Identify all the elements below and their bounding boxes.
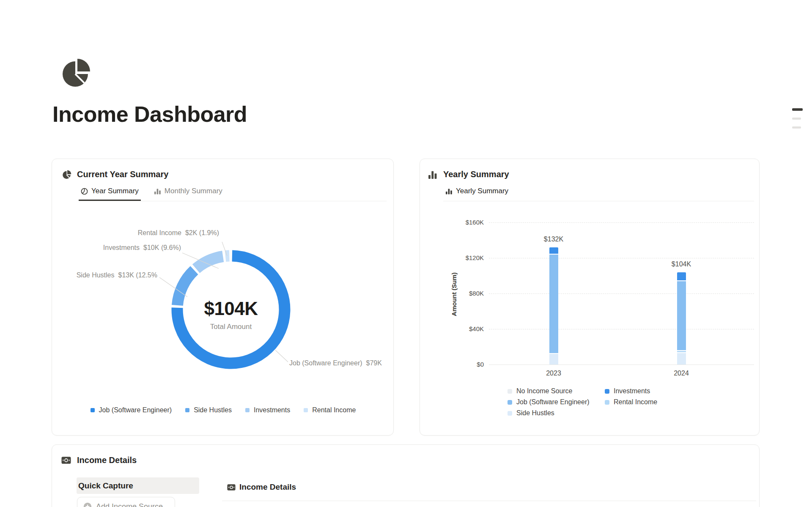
legend-item: Job (Software Engineer) bbox=[91, 406, 172, 414]
bar-total-label: $132K bbox=[537, 236, 571, 243]
tab-label: Year Summary bbox=[91, 187, 139, 195]
legend-item: Side Hustles bbox=[508, 409, 590, 417]
legend-swatch bbox=[91, 408, 95, 412]
legend-item: Investments bbox=[245, 406, 290, 414]
legend-swatch bbox=[605, 400, 609, 405]
bar-segment[interactable] bbox=[677, 272, 686, 281]
bar-segment[interactable] bbox=[549, 247, 558, 255]
bar-legend-column: InvestmentsRental Income bbox=[605, 387, 657, 406]
y-tick-label: $120K bbox=[454, 254, 484, 261]
total-amount-label: Total Amount bbox=[167, 323, 294, 331]
quick-capture-label: Quick Capture bbox=[78, 481, 133, 491]
legend-swatch bbox=[508, 389, 512, 394]
page-title: Income Dashboard bbox=[52, 101, 247, 127]
donut-callout: Side Hustles$13K (12.5% bbox=[77, 271, 157, 279]
gridline bbox=[489, 364, 754, 365]
donut-legend: Job (Software Engineer)Side HustlesInves… bbox=[52, 406, 394, 414]
donut-callout: Investments$10K (9.6%) bbox=[103, 244, 181, 252]
card-header: Income Details bbox=[61, 455, 137, 465]
legend-item: Side Hustles bbox=[185, 406, 232, 414]
divider bbox=[222, 501, 756, 501]
gridline bbox=[489, 222, 754, 223]
legend-item: Job (Software Engineer) bbox=[508, 398, 590, 406]
banknote-icon bbox=[227, 484, 236, 491]
bar-segment[interactable] bbox=[677, 353, 686, 364]
x-category-label: 2024 bbox=[664, 370, 698, 377]
pie-chart-page-icon[interactable] bbox=[60, 57, 91, 88]
legend-swatch bbox=[304, 408, 308, 412]
tab-label: Monthly Summary bbox=[165, 187, 222, 195]
donut-slice-4[interactable] bbox=[225, 256, 229, 256]
bar-segment[interactable] bbox=[677, 281, 686, 351]
add-income-source-button[interactable]: Add Income Source bbox=[77, 497, 175, 507]
stacked-bar-2024[interactable] bbox=[677, 272, 686, 364]
outline-item[interactable] bbox=[792, 126, 801, 129]
pie-outline-icon bbox=[81, 188, 88, 195]
yearly-summary-card: Yearly Summary Yearly Summary Amount (Su… bbox=[420, 159, 760, 436]
income-details-subheader: Income Details bbox=[227, 482, 296, 492]
add-income-source-label: Add Income Source bbox=[96, 502, 163, 507]
donut-callout: Rental Income$2K (1.9%) bbox=[138, 229, 219, 237]
income-dashboard-page: Income Dashboard Current Year Summary bbox=[0, 0, 812, 507]
y-tick-label: $80K bbox=[454, 290, 484, 297]
tab-monthly-summary[interactable]: Monthly Summary bbox=[152, 184, 225, 201]
banknote-icon bbox=[61, 456, 71, 464]
pie-chart-icon bbox=[62, 170, 71, 179]
income-details-card: Income Details Quick Capture Add Income … bbox=[52, 444, 760, 507]
legend-swatch bbox=[245, 408, 250, 412]
legend-item: No Income Source bbox=[508, 387, 590, 395]
x-category-label: 2023 bbox=[537, 370, 571, 377]
y-tick-label: $160K bbox=[454, 219, 484, 226]
card-title: Current Year Summary bbox=[77, 170, 168, 179]
summary-tabs: Year Summary Monthly Summary bbox=[79, 184, 387, 201]
donut-center: $104K Total Amount bbox=[167, 298, 294, 331]
legend-swatch bbox=[185, 408, 189, 412]
legend-swatch bbox=[508, 411, 512, 416]
quick-capture-toggle[interactable]: Quick Capture bbox=[77, 477, 199, 494]
total-amount-value: $104K bbox=[167, 298, 294, 319]
bar-segment[interactable] bbox=[549, 255, 558, 354]
legend-item: Rental Income bbox=[304, 406, 356, 414]
current-year-summary-card: Current Year Summary Year Summary bbox=[52, 159, 394, 436]
bar-chart-icon bbox=[154, 188, 161, 195]
outline-item[interactable] bbox=[792, 118, 801, 120]
tab-year-summary[interactable]: Year Summary bbox=[79, 184, 141, 201]
bar-segment[interactable] bbox=[549, 354, 558, 364]
legend-item: Rental Income bbox=[605, 398, 657, 406]
outline-item[interactable] bbox=[792, 108, 803, 111]
outline-indicator bbox=[792, 108, 803, 135]
subheader-title: Income Details bbox=[239, 482, 296, 492]
gridline bbox=[489, 293, 754, 294]
plus-circle-icon bbox=[83, 502, 92, 507]
stacked-bar-chart: Amount (Sum) No Income SourceJob (Softwa… bbox=[420, 159, 760, 436]
legend-swatch bbox=[508, 400, 512, 405]
bar-total-label: $104K bbox=[664, 260, 698, 268]
gridline bbox=[489, 258, 754, 258]
gridline bbox=[489, 329, 754, 329]
legend-item: Investments bbox=[605, 387, 657, 395]
legend-swatch bbox=[605, 389, 609, 394]
card-title: Income Details bbox=[77, 455, 137, 465]
y-tick-label: $40K bbox=[454, 325, 484, 332]
bar-legend-column: No Income SourceJob (Software Engineer)S… bbox=[508, 387, 590, 417]
donut-callout: Job (Software Engineer)$79K bbox=[289, 359, 382, 367]
y-tick-label: $0 bbox=[454, 361, 484, 368]
stacked-bar-2023[interactable] bbox=[549, 247, 558, 364]
donut-slice-3[interactable] bbox=[196, 256, 223, 269]
card-header: Current Year Summary bbox=[62, 170, 168, 179]
